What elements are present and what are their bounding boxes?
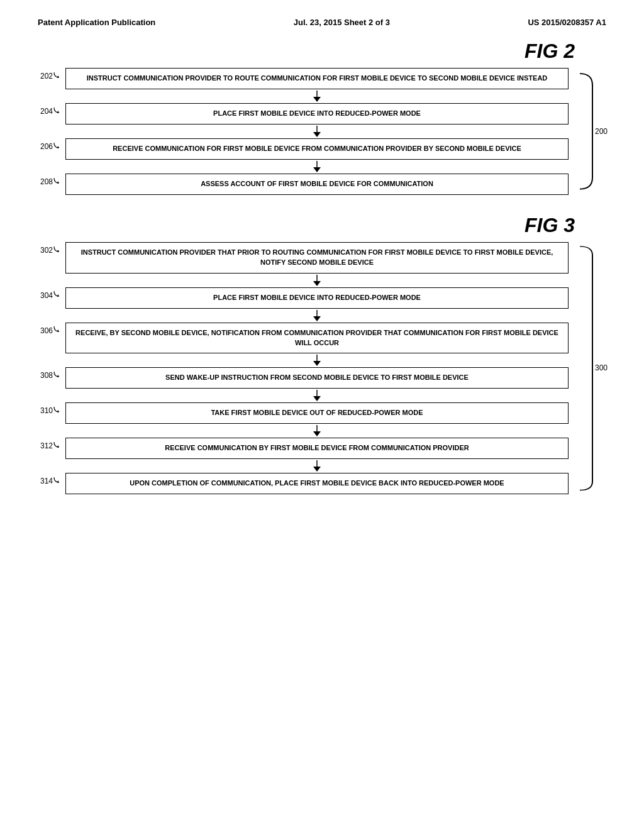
arrow-down-icon (313, 91, 321, 102)
step-box-208: ASSESS ACCOUNT OF FIRST MOBILE DEVICE FO… (65, 174, 569, 195)
step-label-204: 204 (38, 103, 65, 124)
step-box-302: INSTRUCT COMMUNICATION PROVIDER THAT PRI… (65, 242, 569, 274)
header-center: Jul. 23, 2015 Sheet 2 of 3 (294, 18, 390, 27)
fig3-diagram: FIG 3 302 INSTRUCT COMMUNICATION PROVIDE… (38, 214, 606, 494)
arrow-between-steps (38, 459, 569, 473)
step-curve-icon (53, 246, 62, 255)
fig3-bracket-label: 300 (595, 363, 608, 372)
arrow-between-steps (38, 424, 569, 438)
svg-marker-5 (313, 132, 321, 137)
fig2-diagram: FIG 2 202 INSTRUCT COMMUNICATION PROVIDE… (38, 40, 606, 195)
step-box-312: RECEIVE COMMUNICATION BY FIRST MOBILE DE… (65, 438, 569, 459)
arrow-down-icon (313, 310, 321, 321)
arrow-between-steps (38, 389, 569, 402)
step-label-302: 302 (38, 242, 65, 274)
svg-marker-12 (313, 281, 321, 286)
step-curve-icon (53, 72, 62, 81)
step-curve-icon (53, 477, 62, 486)
arrow-down-icon (313, 355, 321, 366)
arrow-between-steps (38, 353, 569, 367)
step-curve-icon (53, 178, 62, 187)
arrow-between-steps (38, 89, 569, 103)
step-box-308: SEND WAKE-UP INSTRUCTION FROM SECOND MOB… (65, 367, 569, 389)
step-curve-icon (53, 326, 62, 335)
arrow-between-steps (38, 124, 569, 138)
step-curve-icon (53, 407, 62, 416)
arrow-between-steps (38, 160, 569, 174)
arrow-down-icon (313, 126, 321, 137)
step-label-206: 206 (38, 138, 65, 160)
page-header: Patent Application Publication Jul. 23, … (0, 0, 644, 33)
step-label-310: 310 (38, 402, 65, 424)
step-label-306: 306 (38, 323, 65, 354)
step-label-202: 202 (38, 68, 65, 89)
svg-marker-2 (313, 97, 321, 102)
svg-marker-15 (313, 316, 321, 321)
step-label-208: 208 (38, 174, 65, 195)
header-left: Patent Application Publication (38, 18, 155, 27)
step-box-202: INSTRUCT COMMUNICATION PROVIDER TO ROUTE… (65, 68, 569, 89)
arrow-down-icon (313, 161, 321, 172)
step-curve-icon (53, 108, 62, 116)
step-label-308: 308 (38, 367, 65, 389)
fig2-bracket-label: 200 (595, 127, 608, 136)
arrow-down-icon (313, 425, 321, 436)
step-box-206: RECEIVE COMMUNICATION FOR FIRST MOBILE D… (65, 138, 569, 160)
header-right: US 2015/0208357 A1 (528, 18, 606, 27)
step-box-204: PLACE FIRST MOBILE DEVICE INTO REDUCED-P… (65, 103, 569, 124)
step-box-306: RECEIVE, BY SECOND MOBILE DEVICE, NOTIFI… (65, 323, 569, 354)
step-label-314: 314 (38, 473, 65, 494)
step-label-312: 312 (38, 438, 65, 459)
arrow-down-icon (313, 275, 321, 286)
arrow-down-icon (313, 460, 321, 472)
svg-marker-21 (313, 396, 321, 401)
step-curve-icon (53, 372, 62, 380)
step-curve-icon (53, 143, 62, 152)
step-box-304: PLACE FIRST MOBILE DEVICE INTO REDUCED-P… (65, 287, 569, 309)
fig3-title: FIG 3 (525, 214, 575, 236)
svg-marker-18 (313, 361, 321, 366)
svg-marker-27 (313, 467, 321, 472)
arrow-between-steps (38, 309, 569, 323)
arrow-between-steps (38, 274, 569, 287)
arrow-down-icon (313, 390, 321, 401)
step-label-304: 304 (38, 287, 65, 309)
step-curve-icon (53, 442, 62, 451)
step-curve-icon (53, 291, 62, 300)
svg-marker-8 (313, 167, 321, 172)
step-box-314: UPON COMPLETION OF COMMUNICATION, PLACE … (65, 473, 569, 494)
step-box-310: TAKE FIRST MOBILE DEVICE OUT OF REDUCED-… (65, 402, 569, 424)
fig2-title: FIG 2 (525, 40, 575, 62)
svg-marker-24 (313, 431, 321, 436)
